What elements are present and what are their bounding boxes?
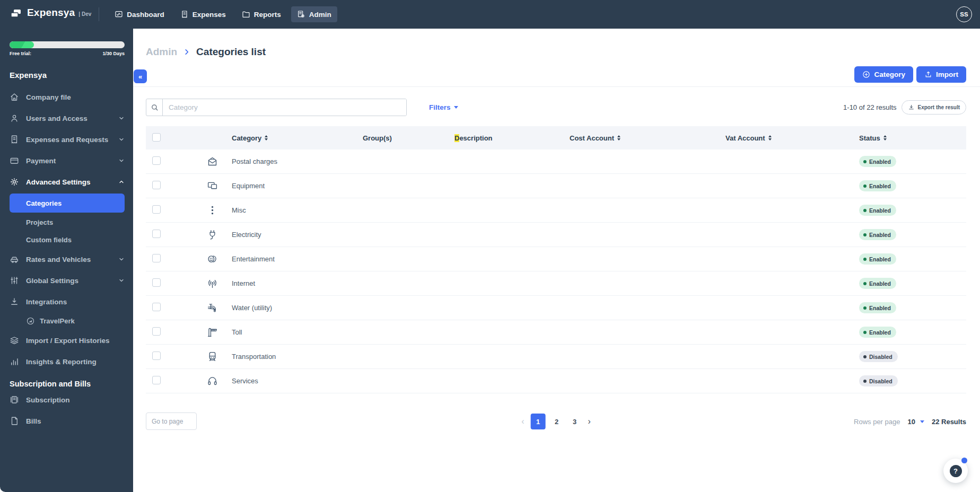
sidebar-collapse-button[interactable]: « xyxy=(134,69,147,83)
row-checkbox[interactable] xyxy=(152,303,161,311)
sidebar-subitem-travelperk[interactable]: TravelPerk xyxy=(10,312,125,330)
row-checkbox[interactable] xyxy=(152,181,161,189)
sort-icon[interactable] xyxy=(617,135,620,140)
upload-icon xyxy=(924,71,932,78)
sidebar-subitem-projects[interactable]: Projects xyxy=(10,214,125,231)
table-row-internet[interactable]: Internet Enabled xyxy=(146,271,966,296)
nav-expenses[interactable]: Expenses xyxy=(174,6,232,22)
select-all-checkbox[interactable] xyxy=(152,133,161,142)
table-row-entertainment[interactable]: Entertainment Enabled xyxy=(146,247,966,271)
row-checkbox[interactable] xyxy=(152,352,161,360)
go-to-page-input[interactable] xyxy=(146,412,197,430)
subscription-book-icon xyxy=(10,395,19,405)
pagination: ‹ 1 2 3 › Rows per page 10 22 Results xyxy=(146,412,966,430)
sort-icon[interactable] xyxy=(883,135,887,140)
chevron-up-icon xyxy=(118,179,125,185)
table-row-transportation[interactable]: Transportation Disabled xyxy=(146,345,966,369)
row-checkbox[interactable] xyxy=(152,230,161,238)
sidebar-item-expenses-and-requests[interactable]: Expenses and Requests xyxy=(10,129,125,150)
sidebar-item-integrations[interactable]: Integrations xyxy=(10,291,125,312)
nav-reports[interactable]: Reports xyxy=(236,6,287,22)
receipt-icon xyxy=(180,10,189,19)
sidebar-subitem-categories[interactable]: Categories xyxy=(10,194,125,213)
sidebar-item-users-and-access[interactable]: Users and Access xyxy=(10,108,125,129)
import-button[interactable]: Import xyxy=(916,66,966,83)
previous-page-button[interactable]: ‹ xyxy=(519,417,526,426)
table-row-toll[interactable]: Toll Enabled xyxy=(146,320,966,345)
caret-down-icon xyxy=(454,106,458,109)
train-icon xyxy=(207,351,218,362)
table-row-electricity[interactable]: Electricity Enabled xyxy=(146,223,966,247)
row-checkbox[interactable] xyxy=(152,278,161,287)
free-trial-days: 1/30 Days xyxy=(102,51,125,56)
help-button[interactable]: ? xyxy=(943,459,968,483)
user-avatar[interactable]: SS xyxy=(956,6,972,22)
chevron-down-icon xyxy=(118,136,125,143)
env-badge: | Dev xyxy=(78,11,91,17)
column-vat-account: Vat Account xyxy=(725,134,765,142)
category-name: Postal charges xyxy=(232,157,363,165)
table-row-water-utility[interactable]: Water (utility) Enabled xyxy=(146,296,966,320)
sort-icon[interactable] xyxy=(768,135,772,140)
status-badge: Disabled xyxy=(859,375,898,386)
workspace-title: Expensya xyxy=(10,71,125,80)
dashboard-icon xyxy=(115,10,123,19)
sort-icon[interactable] xyxy=(265,135,268,140)
search-input[interactable] xyxy=(163,99,406,116)
table-row-equipment[interactable]: Equipment Enabled xyxy=(146,174,966,198)
row-checkbox[interactable] xyxy=(152,156,161,165)
row-checkbox[interactable] xyxy=(152,254,161,262)
column-category: Category xyxy=(232,134,261,142)
sidebar-item-payment[interactable]: Payment xyxy=(10,150,125,171)
row-checkbox[interactable] xyxy=(152,376,161,384)
sliders-icon xyxy=(10,276,19,285)
sidebar-item-import-export-histories[interactable]: Import / Export Histories xyxy=(10,330,125,351)
sidebar-item-bills[interactable]: Bills xyxy=(10,410,125,432)
next-page-button[interactable]: › xyxy=(586,417,593,426)
page-button-2[interactable]: 2 xyxy=(550,414,564,429)
rows-per-page-select[interactable]: 10 xyxy=(907,418,924,426)
breadcrumb-admin[interactable]: Admin xyxy=(146,46,177,58)
breadcrumb: Admin Categories list xyxy=(146,46,266,58)
status-badge: Enabled xyxy=(859,229,896,240)
row-checkbox[interactable] xyxy=(152,327,161,336)
top-navigation: Dashboard Expenses Reports Admin xyxy=(109,6,337,22)
category-name: Water (utility) xyxy=(232,304,363,312)
sidebar-menu: Company file Users and Access Expenses a… xyxy=(10,86,125,432)
status-badge: Enabled xyxy=(859,253,896,265)
sidebar-item-global-settings[interactable]: Global Settings xyxy=(10,270,125,291)
category-search xyxy=(146,99,407,116)
column-status: Status xyxy=(859,134,880,142)
category-name: Electricity xyxy=(232,231,363,239)
chevron-down-icon xyxy=(118,115,125,121)
page-button-1[interactable]: 1 xyxy=(531,414,546,429)
row-checkbox[interactable] xyxy=(152,205,161,214)
chevron-right-icon xyxy=(183,48,190,56)
column-cost-account: Cost Account xyxy=(570,134,614,142)
table-row-postal-charges[interactable]: Postal charges Enabled xyxy=(146,150,966,174)
add-category-button[interactable]: Category xyxy=(854,66,913,83)
page-button-3[interactable]: 3 xyxy=(568,414,582,429)
brand[interactable]: Expensya | Dev xyxy=(0,7,91,22)
sidebar-item-insights-reporting[interactable]: Insights & Reporting xyxy=(10,351,125,372)
sidebar-item-subscription[interactable]: Subscription xyxy=(10,389,125,410)
export-result-button[interactable]: Export the result xyxy=(902,100,966,115)
sidebar-item-rates-and-vehicles[interactable]: Rates and Vehicles xyxy=(10,249,125,270)
nav-dashboard[interactable]: Dashboard xyxy=(109,6,170,22)
sidebar-item-advanced-settings[interactable]: Advanced Settings xyxy=(10,171,125,192)
status-badge: Enabled xyxy=(859,302,896,313)
filters-dropdown[interactable]: Filters xyxy=(429,103,458,111)
toll-gate-icon xyxy=(207,327,218,338)
free-trial-progress-fill xyxy=(10,41,34,48)
nav-admin[interactable]: Admin xyxy=(291,6,337,22)
download-icon xyxy=(10,297,19,306)
sidebar-subitem-custom-fields[interactable]: Custom fields xyxy=(10,231,125,249)
table-row-misc[interactable]: Misc Enabled xyxy=(146,198,966,223)
category-name: Services xyxy=(232,377,363,385)
table-row-services[interactable]: Services Disabled xyxy=(146,369,966,393)
question-mark-icon: ? xyxy=(950,465,962,477)
faucet-icon xyxy=(207,302,218,313)
plus-circle-icon xyxy=(862,71,870,78)
sidebar-item-company-file[interactable]: Company file xyxy=(10,86,125,108)
total-results: 22 Results xyxy=(932,418,966,426)
